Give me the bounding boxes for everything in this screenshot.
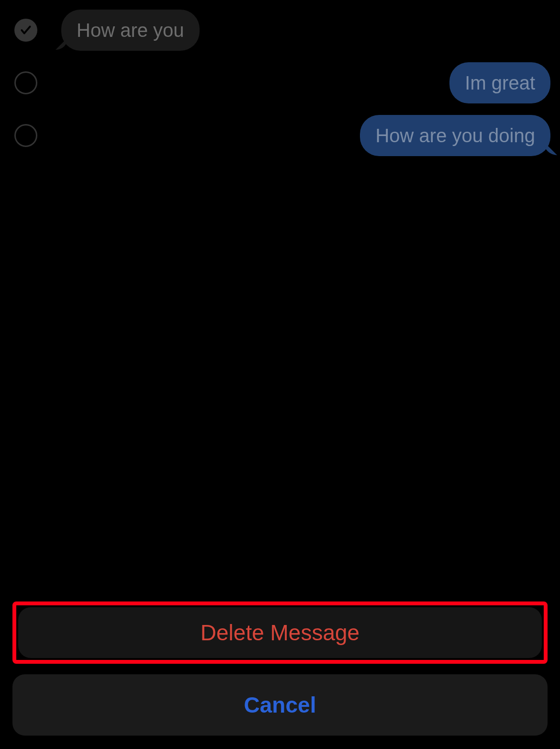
message-select-checkbox[interactable] <box>14 124 37 147</box>
message-row: How are you <box>14 10 546 51</box>
delete-message-button[interactable]: Delete Message <box>18 607 542 658</box>
message-row: Im great <box>14 62 546 103</box>
highlight-annotation: Delete Message <box>12 601 548 664</box>
message-select-checkbox[interactable] <box>14 71 37 94</box>
message-bubble-sent[interactable]: How are you doing <box>360 115 550 156</box>
messages-list: How are you Im great How are you doing <box>0 0 560 177</box>
checkmark-icon <box>20 24 32 36</box>
message-bubble-sent[interactable]: Im great <box>449 62 550 103</box>
cancel-button[interactable]: Cancel <box>12 674 548 736</box>
message-row: How are you doing <box>14 115 546 156</box>
message-select-checkbox[interactable] <box>14 19 37 42</box>
message-bubble-received[interactable]: How are you <box>61 10 200 51</box>
action-sheet: Delete Message Cancel <box>12 601 548 736</box>
